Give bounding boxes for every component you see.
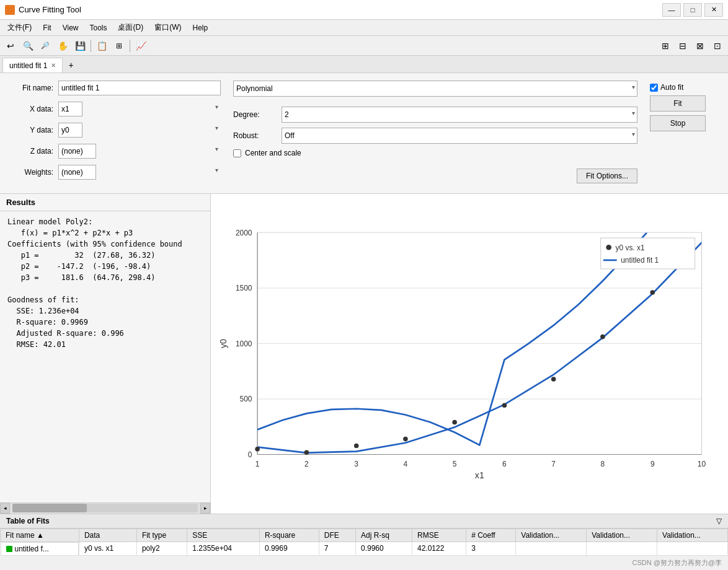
data-point-5 — [452, 420, 457, 425]
col-ncoeff[interactable]: # Coeff — [466, 528, 516, 542]
data-point-8 — [600, 335, 605, 340]
weights-select-wrapper: (none) — [58, 165, 221, 180]
col-val3[interactable]: Validation... — [657, 528, 728, 542]
y-data-select-wrapper: y0 — [58, 123, 221, 138]
stop-button[interactable]: Stop — [650, 115, 706, 131]
data-point-6 — [502, 403, 507, 408]
result-line-1: Linear model Poly2: — [7, 216, 203, 227]
minimize-button[interactable]: — — [662, 3, 681, 17]
close-button[interactable]: ✕ — [704, 3, 723, 17]
maximize-button[interactable]: □ — [683, 3, 702, 17]
table-collapse-icon[interactable]: ▽ — [716, 517, 722, 525]
scroll-right-arrow[interactable]: ▸ — [200, 502, 210, 514]
toolbar: ↩ 🔍 🔎 ✋ 💾 📋 ⊞ 📈 ⊞ ⊟ ⊠ ⊡ — [0, 36, 728, 56]
robust-select[interactable]: Off — [282, 128, 637, 144]
fit-button[interactable]: Fit — [650, 95, 706, 112]
scroll-track[interactable] — [12, 504, 198, 512]
toolbar-pan-btn[interactable]: ✋ — [55, 38, 71, 53]
toolbar-plot-btn[interactable]: 📈 — [133, 38, 149, 53]
fit-options-button[interactable]: Fit Options... — [577, 169, 637, 183]
toolbar-save-btn[interactable]: 💾 — [72, 38, 88, 53]
toolbar-zoom-out-btn[interactable]: 🔎 — [37, 38, 53, 53]
menu-window[interactable]: 窗口(W) — [149, 21, 186, 34]
auto-fit-row: Auto fit — [650, 83, 683, 92]
tab-close-icon[interactable]: ✕ — [51, 62, 56, 69]
add-tab-button[interactable]: + — [63, 58, 79, 72]
scroll-left-arrow[interactable]: ◂ — [0, 502, 10, 514]
weights-label: Weights: — [10, 168, 53, 177]
fit-type-select[interactable]: Polynomial — [233, 81, 637, 97]
result-line-5: p2 = -147.2 (-196, -98.4) — [7, 261, 203, 272]
fit-name-input[interactable] — [58, 81, 221, 95]
menu-help[interactable]: Help — [187, 22, 213, 33]
auto-fit-checkbox[interactable] — [650, 84, 658, 92]
svg-text:500: 500 — [240, 395, 252, 403]
fit-type-select-wrapper: Polynomial — [233, 81, 637, 102]
toolbar-layout-1-btn[interactable]: ⊞ — [657, 38, 673, 53]
y-data-row: Y data: y0 — [10, 123, 221, 138]
toolbar-data-btn[interactable]: 📋 — [94, 38, 110, 53]
toolbar-right: ⊞ ⊟ ⊠ ⊡ — [657, 38, 726, 53]
toolbar-separator-1 — [91, 40, 91, 52]
chart-svg: 0 500 1000 1500 2000 1 2 3 4 — [217, 200, 722, 507]
tabbar: untitled fit 1 ✕ + — [0, 56, 728, 73]
col-val2[interactable]: Validation... — [587, 528, 657, 542]
table-title: Table of Fits — [6, 517, 50, 525]
data-point-2 — [304, 450, 309, 455]
col-data[interactable]: Data — [79, 528, 136, 542]
menu-tools[interactable]: Tools — [84, 22, 112, 33]
x-data-select[interactable]: x1 — [58, 102, 82, 116]
svg-text:1500: 1500 — [236, 284, 252, 292]
col-sse[interactable]: SSE — [187, 528, 260, 542]
degree-row: Degree: 2 — [233, 107, 637, 123]
degree-select[interactable]: 2 — [282, 107, 637, 123]
y-data-select[interactable]: y0 — [58, 123, 82, 138]
col-fit-type[interactable]: Fit type — [136, 528, 187, 542]
col-fit-name[interactable]: Fit name ▲ — [1, 528, 79, 542]
center-scale-checkbox[interactable] — [233, 149, 241, 157]
toolbar-layout-4-btn[interactable]: ⊡ — [709, 38, 726, 53]
toolbar-zoom-in-btn[interactable]: 🔍 — [20, 38, 36, 53]
result-line-6: p3 = 181.6 (64.76, 298.4) — [7, 272, 203, 283]
table-scroll[interactable]: Fit name ▲ Data Fit type SSE R-square DF… — [0, 528, 728, 556]
col-rsquare[interactable]: R-square — [259, 528, 319, 542]
toolbar-grid-btn[interactable]: ⊞ — [111, 38, 127, 53]
tab-untitled-fit-1[interactable]: untitled fit 1 ✕ — [2, 58, 63, 72]
svg-text:4: 4 — [404, 460, 408, 468]
app-icon — [5, 5, 15, 15]
auto-fit-label: Auto fit — [660, 83, 683, 92]
weights-select[interactable]: (none) — [58, 165, 96, 180]
window-controls: — □ ✕ — [662, 3, 723, 17]
result-line-2: f(x) = p1*x^2 + p2*x + p3 — [7, 227, 203, 239]
legend-dot-icon — [606, 245, 611, 250]
z-data-select[interactable]: (none) — [58, 144, 96, 159]
svg-text:9: 9 — [650, 460, 655, 468]
menu-desktop[interactable]: 桌面(D) — [113, 21, 148, 34]
col-adj-rsq[interactable]: Adj R-sq — [355, 528, 412, 542]
x-data-row: X data: x1 — [10, 102, 221, 116]
svg-text:1000: 1000 — [236, 340, 252, 348]
menu-view[interactable]: View — [58, 22, 84, 33]
result-adj-rsquare: Adjusted R-square: 0.996 — [7, 328, 203, 339]
svg-text:0: 0 — [248, 450, 252, 459]
z-data-select-wrapper: (none) — [58, 144, 221, 159]
result-rsquare: R-square: 0.9969 — [7, 317, 203, 328]
menu-file[interactable]: 文件(F) — [2, 21, 37, 34]
data-point-9 — [650, 290, 655, 295]
col-dfe[interactable]: DFE — [319, 528, 355, 542]
col-val1[interactable]: Validation... — [516, 528, 587, 542]
toolbar-back-btn[interactable]: ↩ — [2, 38, 19, 53]
col-rmse[interactable]: RMSE — [412, 528, 466, 542]
legend-line-label: untitled fit 1 — [621, 256, 659, 265]
result-line-3: Coefficients (with 95% confidence bound — [7, 239, 203, 250]
toolbar-layout-2-btn[interactable]: ⊟ — [675, 38, 691, 53]
watermark-bar: CSDN @努力努力再努力@李 — [0, 556, 728, 570]
center-scale-label: Center and scale — [245, 149, 301, 157]
toolbar-layout-3-btn[interactable]: ⊠ — [692, 38, 708, 53]
table-header-bar: Table of Fits ▽ — [0, 514, 728, 528]
svg-text:x1: x1 — [475, 470, 484, 480]
menu-fit[interactable]: Fit — [38, 22, 56, 33]
svg-text:2000: 2000 — [236, 229, 252, 237]
data-point-3 — [354, 444, 359, 449]
robust-row: Robust: Off — [233, 128, 637, 144]
